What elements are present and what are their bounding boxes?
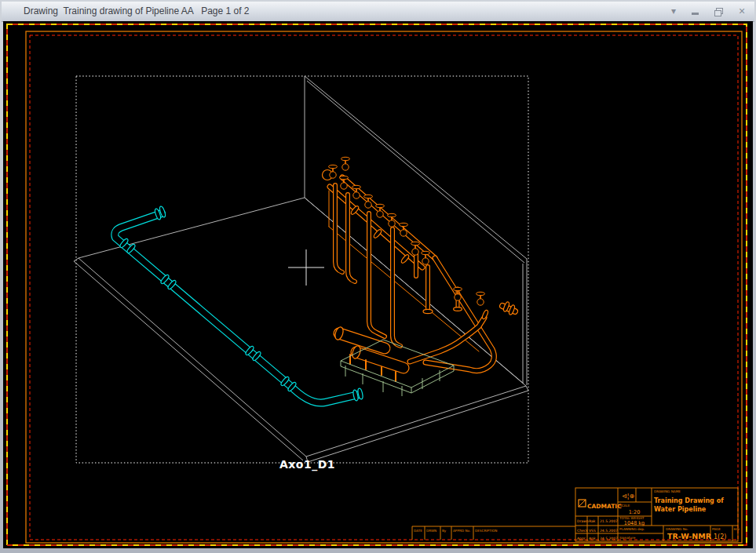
scale-value: 1:20 — [629, 509, 641, 515]
company-logo: CADMATIC — [579, 500, 622, 510]
margin-frame — [30, 35, 738, 540]
window-controls: ▾ × — [669, 2, 747, 21]
orange-pipework — [323, 157, 516, 381]
approval-row-name: Rak — [589, 519, 596, 523]
page-value: 1(2) — [714, 533, 726, 540]
weight-value: 1048 kg — [624, 520, 645, 526]
drawing-no-value: TR-W-NMR — [667, 532, 712, 540]
title-block: CADMATIC ⊲¦⊕ SCALE TOTAL WEIGHT DRAWING … — [575, 488, 740, 541]
revision-header: DRWN — [426, 529, 436, 533]
approval-row-date: 21.5.2007 — [600, 519, 618, 523]
crosshair-cursor — [288, 249, 324, 286]
approval-row-name: VSS — [589, 529, 596, 533]
revision-strip: DATE DRWN By APPRD No. DESCRIPTION — [412, 526, 575, 540]
cyan-flanges — [119, 206, 363, 401]
revision-header: APPRD No. — [453, 529, 470, 533]
axo-view[interactable]: Axo1_D1 — [74, 76, 528, 471]
revision-header: DATE — [414, 529, 422, 533]
drawing-name-line1: Training Drawing of — [654, 497, 724, 504]
view-border — [76, 76, 528, 463]
approval-table: Drawn Rak 21.5.2007 Check VSS 24.5.2007 … — [577, 519, 618, 540]
room-outline — [74, 76, 528, 462]
drawing-canvas: Axo1_D1 CADMATIC — [3, 21, 753, 548]
revision-header: By — [442, 529, 447, 533]
view-label: Axo1_D1 — [279, 458, 335, 471]
revision-header: DESCRIPTION — [475, 529, 497, 533]
approval-row-date: 24.5.2007 — [600, 529, 618, 533]
approval-row-label: Check — [577, 529, 588, 533]
drawing-no-label: DRAWING No. — [666, 527, 688, 531]
drawing-name-label: DRAWING NAME — [654, 489, 681, 493]
window-menu-icon[interactable]: ▾ — [669, 2, 678, 21]
signature-label: Signature — [619, 536, 636, 540]
approval-row-label: Drawn — [577, 519, 589, 523]
valve-array — [329, 157, 485, 305]
window-title: Drawing Training drawing of Pipeline AA … — [24, 2, 250, 21]
sheet-borders — [7, 24, 747, 545]
cyan-pipeline — [115, 206, 363, 402]
sheet-frame — [26, 31, 742, 543]
drawing-client-area[interactable]: Axo1_D1 CADMATIC — [3, 21, 753, 548]
rev-label: REV. — [734, 528, 740, 531]
approval-row-name: Ank — [589, 537, 596, 540]
projection-symbol-icon: ⊲¦⊕ — [622, 493, 634, 500]
approval-row-label: Appr — [577, 537, 586, 540]
restore-icon[interactable] — [714, 8, 724, 15]
approval-row-date: 24.5.2007 — [600, 537, 618, 540]
application-window: Drawing Training drawing of Pipeline AA … — [0, 0, 756, 553]
minimize-icon[interactable] — [692, 8, 701, 15]
close-icon[interactable]: × — [737, 2, 747, 21]
page-label: PAGE — [712, 527, 721, 531]
drawing-name-line2: Water Pipeline — [654, 506, 707, 513]
planning-label: PLANNING dep. — [619, 527, 645, 531]
company-name: CADMATIC — [587, 503, 622, 510]
scale-label: SCALE — [619, 504, 630, 508]
window-titlebar[interactable]: Drawing Training drawing of Pipeline AA … — [2, 2, 754, 22]
